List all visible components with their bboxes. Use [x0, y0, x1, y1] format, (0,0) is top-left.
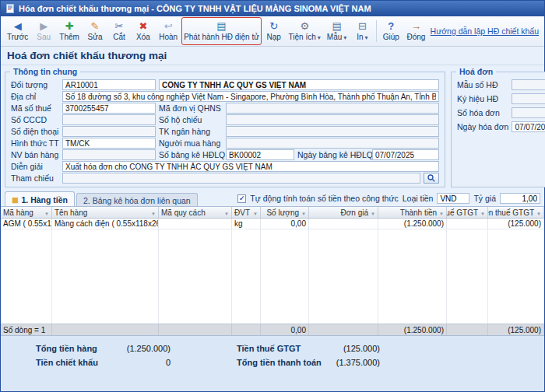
- column-header-don-gia[interactable]: Đơn giá: [309, 207, 378, 218]
- reference-search-button[interactable]: [424, 173, 439, 184]
- sum-thanh-tien: (1.250.000): [378, 324, 447, 335]
- scissors-icon: ✂: [115, 21, 124, 33]
- statement-date-input[interactable]: [372, 149, 439, 160]
- filter-icon[interactable]: [151, 208, 156, 217]
- toolbar-button-undo[interactable]: ↩ Hoàn: [156, 17, 181, 45]
- cell-don-gia[interactable]: [309, 219, 378, 229]
- tax-code-input[interactable]: [62, 103, 156, 114]
- cell-so-luong[interactable]: 0,00: [261, 219, 309, 229]
- column-header-thanh-tien[interactable]: Thành tiền: [378, 207, 447, 218]
- filter-icon[interactable]: [44, 208, 49, 217]
- column-header-dvt[interactable]: ĐVT: [232, 207, 261, 218]
- filter-icon[interactable]: [439, 208, 444, 217]
- auto-calc-checkbox[interactable]: [237, 194, 246, 203]
- table-row[interactable]: AGM ( 0.55x118x2 Màng cách điện ( 0.55x1…: [1, 219, 544, 229]
- column-header-ma-hang[interactable]: Mã hàng: [1, 207, 52, 218]
- toolbar-button-help[interactable]: ? Giúp: [379, 17, 403, 45]
- phone-input[interactable]: [62, 126, 156, 137]
- tab-hang-tien[interactable]: ▦ 1. Hàng tiền: [5, 191, 75, 206]
- toolbar-button-label: Phát hành HĐ điện tử: [184, 33, 259, 41]
- title-bar: Hóa đơn chiết khấu thương mại - CÔNG TY …: [1, 1, 544, 16]
- tab-label: 2. Bảng kê hóa đơn liên quan: [83, 196, 191, 205]
- bank-account-label: TK ngân hàng: [159, 127, 223, 136]
- delete-x-icon: ✖: [139, 21, 148, 33]
- filter-icon[interactable]: [301, 208, 306, 217]
- toolbar: ◀ Trước ▶ Sau ✚ Thêm ✎ Sửa ✂ Cắt ✖ Xóa ↩…: [1, 16, 544, 47]
- discount-label: Tiền chiết khấu: [36, 358, 118, 367]
- buyer-input[interactable]: [226, 138, 439, 149]
- customer-code-input[interactable]: [62, 79, 156, 90]
- passport-input[interactable]: [226, 114, 439, 125]
- toolbar-button-prev[interactable]: ◀ Trước: [4, 17, 31, 45]
- address-input[interactable]: [62, 91, 439, 102]
- customer-label: Đối tượng: [11, 80, 59, 89]
- toolbar-button-label: Trước: [7, 33, 28, 41]
- chevron-down-icon: [365, 33, 368, 41]
- grand-total-label: Tổng tiền thanh toán: [237, 358, 324, 367]
- currency-input[interactable]: [437, 193, 469, 204]
- general-info-groupbox: Thông tin chung Đối tượng Địa chỉ Mã số …: [5, 72, 445, 187]
- statement-no-input[interactable]: [226, 149, 294, 160]
- filter-icon[interactable]: [224, 208, 229, 217]
- filter-icon[interactable]: [371, 208, 375, 217]
- help-guide-link[interactable]: Hướng dẫn lập HĐ chiết khấu: [431, 26, 541, 36]
- citizen-id-input[interactable]: [62, 114, 156, 125]
- rate-input[interactable]: [500, 193, 540, 204]
- tab-bang-ke-lien-quan[interactable]: 2. Bảng kê hóa đơn liên quan: [76, 193, 198, 206]
- bank-account-input[interactable]: [226, 126, 439, 137]
- chevron-down-icon: [343, 33, 346, 41]
- payment-method-input[interactable]: [62, 138, 156, 149]
- sum-tien-thue-gtgt: (125.000): [488, 324, 544, 335]
- auto-calc-label: Tự động tính toán số tiền theo công thức: [250, 194, 398, 203]
- toolbar-button-label: Xóa: [136, 33, 150, 41]
- description-input[interactable]: [62, 161, 439, 172]
- cell-ten-hang[interactable]: Màng cách điện ( 0.55x118x261 ): [52, 219, 159, 229]
- cell-ma-quy-cach[interactable]: [159, 219, 232, 229]
- toolbar-button-reload[interactable]: ↻ Nạp: [262, 17, 286, 45]
- total-vat-label: Tiền thuế GTGT: [237, 344, 324, 353]
- column-header-ma-quy-cach[interactable]: Mã quy cách: [159, 207, 232, 218]
- salesperson-input[interactable]: [62, 149, 156, 160]
- invoice-serial-input[interactable]: [512, 93, 545, 104]
- magnifier-icon: [427, 174, 435, 182]
- invoice-number-input[interactable]: [512, 107, 545, 118]
- toolbar-button-edit[interactable]: ✎ Sửa: [83, 17, 107, 45]
- cell-ma-hang[interactable]: AGM ( 0.55x118x2: [1, 219, 52, 229]
- cell-dvt[interactable]: kg: [232, 219, 261, 229]
- column-header-ten-hang[interactable]: Tên hàng: [52, 207, 159, 218]
- total-goods-value: (1.250.000): [118, 344, 171, 353]
- filter-icon[interactable]: [480, 208, 485, 217]
- qhns-code-input[interactable]: [226, 103, 439, 114]
- toolbar-button-print[interactable]: ⊟ In: [350, 17, 374, 45]
- cell-tien-thue-gtgt[interactable]: (125.000): [488, 219, 544, 229]
- template-doc-icon: ▤: [332, 21, 341, 33]
- pencil-icon: ✎: [91, 21, 100, 33]
- toolbar-button-template[interactable]: ▤ Mẫu: [324, 17, 350, 45]
- filter-icon[interactable]: [253, 208, 258, 217]
- app-icon: [5, 4, 15, 13]
- toolbar-button-issue-einvoice[interactable]: ▤ Phát hành HĐ điện tử: [181, 17, 261, 45]
- reference-input[interactable]: [62, 173, 420, 184]
- toolbar-button-add[interactable]: ✚ Thêm: [56, 17, 83, 45]
- toolbar-button-next[interactable]: ▶ Sau: [32, 17, 55, 45]
- app-window: Hóa đơn chiết khấu thương mại - CÔNG TY …: [0, 0, 545, 392]
- toolbar-button-delete[interactable]: ✖ Xóa: [132, 17, 155, 45]
- column-header-tien-thue-gtgt[interactable]: Tiền thuế GTGT: [488, 207, 544, 218]
- form-area: Thông tin chung Đối tượng Địa chỉ Mã số …: [1, 65, 544, 191]
- toolbar-button-utilities[interactable]: ⚙ Tiện ích: [287, 17, 323, 45]
- groupbox-title: Hoá đơn: [456, 67, 496, 76]
- filter-icon[interactable]: [536, 208, 541, 217]
- toolbar-separator: [376, 20, 377, 42]
- toolbar-button-label: Nạp: [267, 33, 281, 41]
- cell-thue-gtgt[interactable]: [447, 219, 488, 229]
- column-header-so-luong[interactable]: Số lượng: [261, 207, 309, 218]
- toolbar-button-close[interactable]: → Đóng: [403, 17, 428, 45]
- invoice-serial-label: Ký hiệu HĐ: [457, 94, 508, 103]
- invoice-form-no-input[interactable]: [512, 79, 545, 90]
- invoice-date-input[interactable]: [512, 121, 545, 132]
- cell-thanh-tien[interactable]: (1.250.000): [378, 219, 447, 229]
- column-header-label: ĐVT: [234, 208, 250, 217]
- toolbar-button-cut[interactable]: ✂ Cắt: [107, 17, 131, 45]
- customer-name-input[interactable]: [159, 79, 439, 90]
- column-header-thue-gtgt[interactable]: % thuế GTGT: [447, 207, 488, 218]
